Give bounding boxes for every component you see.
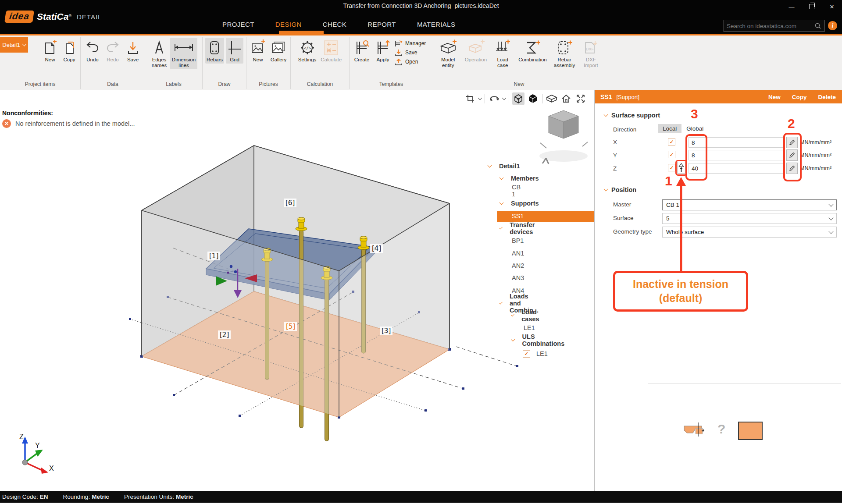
calculate-button[interactable]: Calculate — [319, 38, 343, 64]
search-input[interactable] — [724, 23, 814, 29]
le1-checkbox[interactable]: ✓ — [523, 350, 530, 358]
combination-button[interactable]: Combination — [517, 38, 548, 64]
button-label: New — [45, 57, 55, 63]
button-label: Save — [405, 50, 417, 56]
manager-icon — [394, 39, 403, 47]
surface-preview-swatch — [738, 422, 763, 440]
solid-view-button[interactable] — [527, 92, 539, 105]
nonconformity-item[interactable]: ✕ No reinforcement is defined in the mod… — [2, 119, 135, 128]
surface-support-section[interactable]: Surface support — [604, 112, 660, 119]
crop-view-button[interactable] — [464, 92, 476, 105]
load-arrows-icon — [494, 39, 511, 57]
chevron-down-icon[interactable] — [499, 175, 504, 180]
dimension-lines-button[interactable]: Dimension lines — [170, 38, 197, 69]
direction-local-option[interactable]: Local — [658, 124, 681, 133]
tree-item-supports[interactable]: Supports — [511, 200, 539, 207]
toolbar-separator — [485, 94, 485, 103]
wireframe-view-button[interactable] — [512, 92, 524, 105]
fit-view-button[interactable] — [574, 92, 587, 105]
tree-item-le1-combination[interactable]: LE1 — [536, 350, 548, 357]
tree-item-an3[interactable]: AN3 — [512, 274, 524, 281]
annotation-note: Inactive in tension (default) — [613, 271, 748, 312]
button-label: Rebar assembly — [554, 57, 575, 68]
template-create-button[interactable]: Create — [352, 38, 371, 64]
grid-button[interactable]: Grid — [226, 38, 243, 64]
registered-mark: ® — [68, 14, 71, 18]
tree-item-detail1[interactable]: Detail1 — [499, 163, 520, 170]
chevron-down-icon[interactable] — [499, 301, 503, 304]
rebar-assembly-button[interactable]: Rebar assembly — [553, 38, 577, 69]
tab-materials[interactable]: MATERIALS — [416, 19, 457, 29]
chevron-down-icon[interactable] — [478, 96, 482, 100]
tab-check[interactable]: CHECK — [322, 19, 348, 29]
app-logo: idea StatiCa® DETAIL — [5, 11, 102, 23]
image-plus-icon — [250, 39, 266, 57]
panel-new-button[interactable]: New — [768, 94, 781, 100]
tree-item-members[interactable]: Members — [511, 175, 539, 182]
tree-item-ss1[interactable]: SS1 — [512, 213, 524, 220]
ribbon-group-data: Undo Redo Save Data — [81, 37, 145, 89]
minimize-button[interactable]: — — [781, 0, 802, 13]
dxf-import-button[interactable]: DXF DXF Import — [581, 38, 601, 69]
new-picture-button[interactable]: New — [249, 38, 267, 64]
viewport-toolbar — [464, 91, 587, 106]
close-button[interactable]: ✕ — [822, 0, 842, 13]
gallery-button[interactable]: Gallery — [269, 38, 288, 64]
tab-project[interactable]: PROJECT — [221, 19, 255, 29]
redo-button[interactable]: Redo — [103, 38, 122, 64]
tree-item-transfer-devices[interactable]: Transfer devices — [510, 221, 536, 235]
restore-button[interactable] — [802, 0, 822, 13]
x-checkbox[interactable]: ✓ — [668, 138, 675, 146]
tree-item-bp1[interactable]: BP1 — [512, 237, 524, 244]
chevron-down-icon[interactable] — [511, 337, 515, 341]
tree-item-load-cases[interactable]: Load cases — [521, 309, 540, 323]
chevron-down-icon[interactable] — [499, 200, 504, 205]
z-checkbox[interactable]: ✓ — [668, 164, 675, 171]
edge-label-5: [5] — [284, 322, 297, 331]
undo-button[interactable]: Undo — [83, 38, 102, 64]
tree-item-cb1[interactable]: CB 1 — [512, 184, 521, 198]
template-apply-button[interactable]: Apply — [373, 38, 392, 64]
chevron-down-icon[interactable] — [502, 96, 507, 100]
chevron-down-icon[interactable] — [511, 313, 514, 316]
template-manager-button[interactable]: Manager — [394, 39, 426, 47]
operation-button[interactable]: Operation — [464, 38, 489, 64]
template-save-button[interactable]: Save — [394, 49, 426, 57]
chevron-down-icon[interactable] — [488, 163, 492, 167]
product-name: DETAIL — [77, 13, 102, 21]
load-case-button[interactable]: Load case — [492, 38, 513, 69]
tree-item-an1[interactable]: AN1 — [512, 250, 524, 257]
restore-icon — [809, 4, 814, 9]
axis-x-label: X — [49, 465, 54, 472]
tree-item-an2[interactable]: AN2 — [512, 262, 524, 269]
design-code-status: Design Code:EN — [2, 493, 48, 500]
position-section[interactable]: Position — [604, 186, 636, 193]
save-icon — [125, 39, 141, 57]
template-open-button[interactable]: Open — [394, 58, 426, 66]
home-view-button[interactable] — [560, 92, 572, 105]
app-window: Transfer from Connection 3D Anchoring_pi… — [0, 0, 842, 504]
tree-item-uls-combinations[interactable]: ULS Combinations — [522, 333, 565, 347]
panel-copy-button[interactable]: Copy — [792, 94, 807, 100]
info-icon[interactable]: i — [828, 21, 837, 30]
dxf-file-icon: DXF — [582, 39, 599, 57]
edges-names-button[interactable]: Edges names — [150, 38, 168, 69]
navigation-cube[interactable] — [539, 110, 588, 164]
direction-global-option[interactable]: Global — [681, 124, 708, 133]
new-project-item-button[interactable]: New — [41, 38, 59, 64]
rebars-button[interactable]: Rebars — [205, 38, 224, 64]
save-button[interactable]: Save — [124, 38, 142, 64]
y-checkbox[interactable]: ✓ — [668, 151, 675, 158]
section-view-button[interactable] — [546, 92, 558, 105]
search-icon[interactable] — [814, 22, 821, 29]
ribbon-group-pictures: New Gallery Pictures — [246, 37, 291, 89]
chevron-down-icon[interactable] — [499, 226, 503, 229]
panel-delete-button[interactable]: Delete — [818, 94, 836, 100]
copy-project-item-button[interactable]: Copy — [61, 38, 78, 64]
model-entity-button[interactable]: Model entity — [437, 38, 459, 69]
settings-button[interactable]: </> Settings — [297, 38, 318, 64]
tab-report[interactable]: REPORT — [367, 19, 397, 29]
tab-design[interactable]: DESIGN — [275, 19, 303, 29]
tree-item-le1[interactable]: LE1 — [524, 324, 535, 331]
rotate-view-button[interactable] — [488, 92, 500, 105]
